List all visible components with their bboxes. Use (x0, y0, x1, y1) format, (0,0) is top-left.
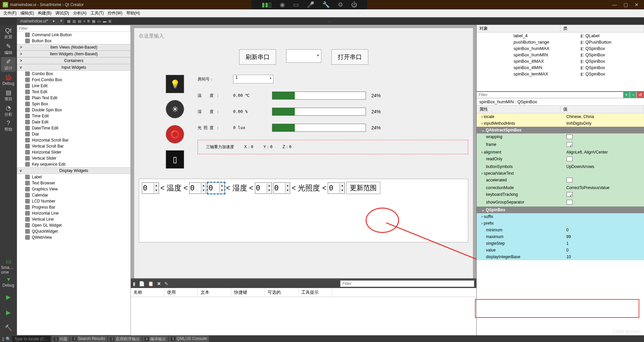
property-filter-input[interactable] (477, 92, 623, 98)
mode-帮助[interactable]: ?帮助 (1, 119, 16, 133)
gear-icon[interactable]: ⚙ (338, 1, 343, 8)
spinbox[interactable]: ▲▼ (328, 182, 345, 194)
property-row[interactable]: frame✓ (477, 141, 644, 149)
mic-icon[interactable]: 🎤 (307, 1, 314, 8)
open-document-tab[interactable]: mainwindow.ui* ▾ ✕ (17, 18, 64, 24)
copy-icon[interactable]: 📋 (148, 281, 154, 286)
widget-button-box[interactable]: Button Box (17, 38, 130, 44)
output-tab[interactable]: 1 问题 (52, 336, 69, 342)
action-filter-input[interactable] (340, 280, 474, 287)
run-control[interactable]: ▾Debug (1, 274, 16, 289)
object-row[interactable]: spinBox_illMAXQSpinBox (477, 58, 644, 64)
widget-combo-box[interactable]: Combo Box (17, 71, 130, 77)
tool-icon[interactable]: ▭ (97, 19, 101, 23)
close-tab-icon[interactable]: ✕ (59, 19, 62, 23)
tool-icon[interactable]: ▦ (67, 19, 70, 23)
fan-icon[interactable]: ✳ (166, 100, 184, 118)
property-row[interactable]: localeChinese, China (477, 113, 644, 120)
mode-分析[interactable]: ◔分析 (1, 103, 16, 118)
mode-项目[interactable]: ▤项目 (1, 88, 16, 103)
serial-combo[interactable] (286, 49, 321, 63)
widget-line-edit[interactable]: Line Edit (17, 83, 130, 89)
panel-toggle-icon[interactable]: ▯ (2, 337, 4, 341)
property-row[interactable]: buttonSymbolsUpDownArrows (477, 163, 644, 170)
widget-progress-bar[interactable]: Progress Bar (17, 204, 130, 210)
widget-key-sequence-edit[interactable]: Key sequence Edit (17, 161, 130, 167)
widget-horizontal-scroll-bar[interactable]: Horizontal Scroll Bar (17, 137, 130, 143)
tool-icon[interactable]: ≡ (83, 19, 85, 23)
record-icon[interactable]: ◉ (280, 1, 285, 8)
close-icon[interactable]: ✕ (635, 2, 639, 7)
update-range-button[interactable]: 更新范围 (346, 182, 380, 194)
widget-lcd-number[interactable]: LCD Number (17, 198, 130, 204)
widget-input-widgets[interactable]: Input Widgets (17, 64, 130, 71)
screen-icon[interactable]: ▭ (293, 1, 299, 8)
open-serial-button[interactable]: 打开串口 (331, 49, 368, 65)
spinbox[interactable]: ▲▼ (142, 182, 159, 194)
locator-input[interactable]: Type to locate (C… (12, 336, 50, 342)
object-row[interactable]: label_4QLabel (477, 33, 644, 39)
widget-double-spin-box[interactable]: Double Spin Box (17, 107, 130, 113)
form-window[interactable]: 在这里输入 刷新串口 打开串口 💡 ✳ ⭕ ▯ 房间号： (134, 28, 473, 278)
wrench-icon[interactable]: 🔧 (322, 1, 330, 8)
menu-item[interactable]: 编辑(E) (18, 10, 36, 17)
widget-horizontal-slider[interactable]: Horizontal Slider (17, 149, 130, 155)
property-row[interactable]: ⌄ QSpinBox (477, 207, 644, 213)
minimize-icon[interactable]: — (612, 2, 617, 7)
property-row[interactable]: singleStep1 (477, 240, 644, 247)
tool-icon[interactable]: ▦ (92, 19, 95, 23)
room-combo[interactable]: 1 (233, 75, 273, 83)
mode-欢迎[interactable]: Qt欢迎 (1, 26, 16, 41)
property-row[interactable]: keyboardTracking✓ (477, 191, 644, 199)
bulb-icon[interactable]: 💡 (166, 75, 184, 93)
menu-item[interactable]: 调试(D) (53, 10, 71, 17)
menu-item[interactable]: 工具(T) (89, 10, 106, 17)
object-row[interactable]: spinBox_humMAXQSpinBox (477, 45, 644, 52)
tool-icon[interactable]: Ⅲ (87, 19, 90, 23)
add-property-icon[interactable]: + (623, 92, 630, 98)
widget-vertical-slider[interactable]: Vertical Slider (17, 155, 130, 161)
widget-qquickwidget[interactable]: QQuickWidget (17, 228, 130, 234)
widget-item-widgets-(item-based)[interactable]: Item Widgets (Item-Based) (17, 51, 130, 57)
object-row[interactable]: spinBox_illMINQSpinBox (477, 64, 644, 71)
widget-spin-box[interactable]: Spin Box (17, 101, 130, 107)
mode-设计[interactable]: ✐设计 (1, 57, 16, 72)
property-row[interactable]: readOnly (477, 156, 644, 163)
refresh-serial-button[interactable]: 刷新串口 (239, 49, 276, 65)
property-row[interactable]: correctionModeCorrectToPreviousValue (477, 184, 644, 191)
widget-date-edit[interactable]: Date Edit (17, 119, 130, 125)
property-row[interactable]: displayIntegerBase10 (477, 253, 644, 260)
menu-item[interactable]: 控件(W) (106, 10, 124, 17)
property-row[interactable]: inputMethodHintsImhDigitsOnly (477, 120, 644, 127)
widget-filter-input[interactable] (17, 25, 130, 32)
maximize-icon[interactable]: ▢ (624, 2, 628, 7)
output-tab[interactable]: 4 编译输出 (143, 336, 168, 342)
output-tab[interactable]: 5 QML/JS Console (169, 336, 209, 342)
mode-Debug[interactable]: 🐞Debug (1, 72, 16, 87)
spinbox[interactable]: ▲▼ (208, 182, 225, 194)
widget-vertical-scroll-bar[interactable]: Vertical Scroll Bar (17, 143, 130, 149)
new-action-icon[interactable]: 📄 (139, 281, 145, 286)
widget-font-combo-box[interactable]: Font Combo Box (17, 77, 130, 83)
property-row[interactable]: maximum99 (477, 233, 644, 240)
property-row[interactable]: ⌄ QAbstractSpinBox (477, 127, 644, 133)
power-icon[interactable]: ⏻ (351, 1, 357, 8)
menu-item[interactable]: 文件(F) (1, 10, 18, 17)
remove-property-icon[interactable]: − (630, 92, 636, 98)
widget-qwebview[interactable]: QWebView (17, 234, 130, 240)
mode-编辑[interactable]: ✎编辑 (1, 42, 16, 56)
property-row[interactable]: wrapping (477, 133, 644, 141)
widget-vertical-line[interactable]: Vertical Line (17, 216, 130, 222)
widget-display-widgets[interactable]: Display Widgets (17, 167, 130, 174)
widget-calendar[interactable]: Calendar (17, 192, 130, 198)
property-row[interactable]: minimum0 (477, 227, 644, 233)
form-canvas[interactable]: 在这里输入 刷新串口 打开串口 💡 ✳ ⭕ ▯ 房间号： (131, 25, 476, 278)
property-row[interactable]: alignmentAlignLeft, AlignVCenter (477, 149, 644, 156)
menu-item[interactable]: 分析(A) (71, 10, 89, 17)
spinbox[interactable]: ▲▼ (189, 182, 206, 194)
run-control[interactable]: ▶ (1, 305, 16, 320)
tool-icon[interactable]: ▤ (78, 19, 81, 23)
widget-plain-text-edit[interactable]: Plain Text Edit (17, 95, 130, 101)
widget-text-edit[interactable]: Text Edit (17, 89, 130, 95)
output-tab[interactable]: 3 应用程序输出 (108, 336, 142, 342)
